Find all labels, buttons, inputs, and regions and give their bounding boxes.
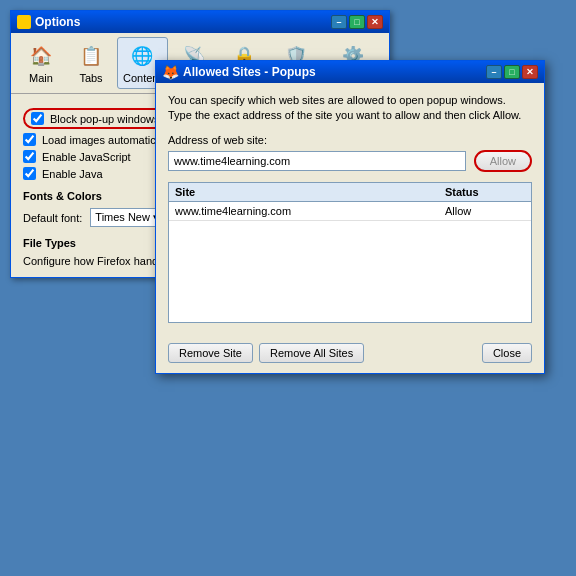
titlebar-title-group: Options <box>17 15 80 29</box>
col-status-header: Status <box>445 186 525 198</box>
toolbar-label-tabs: Tabs <box>79 72 102 84</box>
options-title-text: Options <box>35 15 80 29</box>
enable-java-label: Enable Java <box>42 168 103 180</box>
footer-left-buttons: Remove Site Remove All Sites <box>168 343 364 363</box>
toolbar-label-main: Main <box>29 72 53 84</box>
load-images-checkbox[interactable] <box>23 133 36 146</box>
popup-body: You can specify which web sites are allo… <box>156 83 544 343</box>
block-popup-label: Block pop-up windows <box>50 113 159 125</box>
load-images-label: Load images automatically <box>42 134 172 146</box>
popup-title-text: Allowed Sites - Popups <box>183 65 316 79</box>
address-input[interactable] <box>168 151 466 171</box>
content-icon: 🌐 <box>128 42 156 70</box>
remove-all-sites-button[interactable]: Remove All Sites <box>259 343 364 363</box>
col-site-header: Site <box>175 186 445 198</box>
allowed-sites-window: 🦊 Allowed Sites - Popups – □ ✕ You can s… <box>155 60 545 374</box>
block-popup-checkbox[interactable] <box>31 112 44 125</box>
font-value: Times New <box>95 211 150 223</box>
table-row[interactable]: www.time4learning.com Allow <box>169 202 531 221</box>
enable-js-checkbox[interactable] <box>23 150 36 163</box>
options-minimize-button[interactable]: – <box>331 15 347 29</box>
remove-site-button[interactable]: Remove Site <box>168 343 253 363</box>
address-row: Allow <box>168 150 532 172</box>
options-titlebar: Options – □ ✕ <box>11 11 389 33</box>
block-popup-highlighted: Block pop-up windows <box>23 108 167 129</box>
options-close-button[interactable]: ✕ <box>367 15 383 29</box>
popup-description: You can specify which web sites are allo… <box>168 93 532 124</box>
popup-titlebar-title-group: 🦊 Allowed Sites - Popups <box>162 64 316 80</box>
options-window-icon <box>17 15 31 29</box>
firefox-icon: 🦊 <box>162 64 179 80</box>
close-button[interactable]: Close <box>482 343 532 363</box>
allow-button[interactable]: Allow <box>474 150 532 172</box>
main-icon: 🏠 <box>27 42 55 70</box>
popup-titlebar: 🦊 Allowed Sites - Popups – □ ✕ <box>156 61 544 83</box>
table-header: Site Status <box>169 183 531 202</box>
popup-titlebar-controls: – □ ✕ <box>486 65 538 79</box>
sites-table: Site Status www.time4learning.com Allow <box>168 182 532 323</box>
popup-maximize-button[interactable]: □ <box>504 65 520 79</box>
enable-js-label: Enable JavaScript <box>42 151 131 163</box>
tabs-icon: 📋 <box>77 42 105 70</box>
toolbar-item-main[interactable]: 🏠 Main <box>17 37 65 89</box>
popup-close-button[interactable]: ✕ <box>522 65 538 79</box>
address-label: Address of web site: <box>168 134 532 146</box>
popup-minimize-button[interactable]: – <box>486 65 502 79</box>
row-status: Allow <box>445 205 525 217</box>
default-font-label: Default font: <box>23 212 82 224</box>
toolbar-item-tabs[interactable]: 📋 Tabs <box>67 37 115 89</box>
options-titlebar-controls: – □ ✕ <box>331 15 383 29</box>
row-site: www.time4learning.com <box>175 205 445 217</box>
enable-java-checkbox[interactable] <box>23 167 36 180</box>
options-maximize-button[interactable]: □ <box>349 15 365 29</box>
popup-footer: Remove Site Remove All Sites Close <box>156 343 544 373</box>
table-body: www.time4learning.com Allow <box>169 202 531 322</box>
